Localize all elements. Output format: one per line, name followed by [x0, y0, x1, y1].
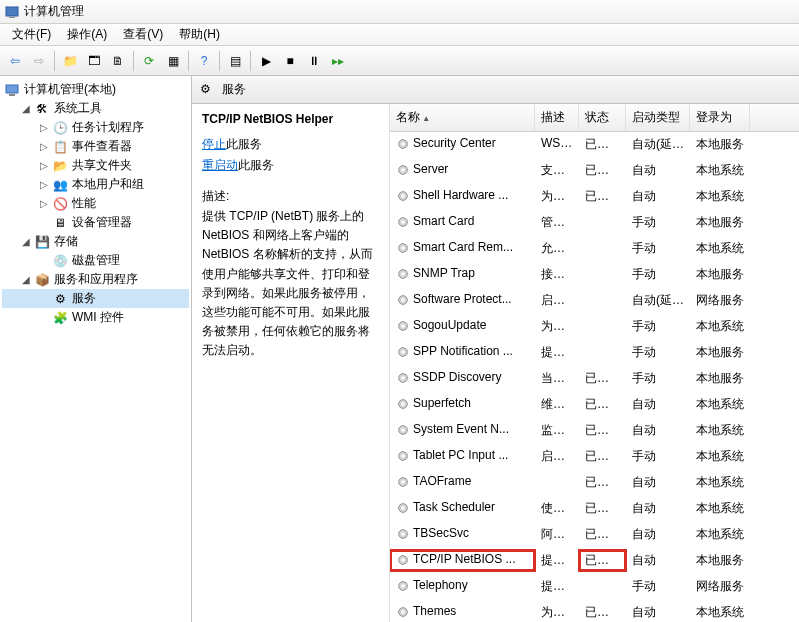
- tree-event-viewer[interactable]: ▷ 📋 事件查看器: [2, 137, 189, 156]
- col-header-logon[interactable]: 登录为: [690, 104, 750, 131]
- detail-panel: TCP/IP NetBIOS Helper 停止此服务 重启动此服务 描述: 提…: [192, 104, 390, 622]
- service-desc: 接收...: [535, 264, 579, 285]
- toolbar-separator: [219, 51, 220, 71]
- stop-button[interactable]: ■: [279, 50, 301, 72]
- service-name: Smart Card: [390, 212, 535, 233]
- play-button[interactable]: ▶: [255, 50, 277, 72]
- properties-button[interactable]: 🗔: [83, 50, 105, 72]
- menu-action[interactable]: 操作(A): [59, 23, 115, 46]
- tree-disk-mgmt[interactable]: 💿 磁盘管理: [2, 251, 189, 270]
- service-logon: 本地系统: [690, 186, 750, 207]
- main-area: 计算机管理(本地) ◢ 🛠 系统工具 ▷ 🕒 任务计划程序 ▷ 📋 事件查看器 …: [0, 76, 799, 622]
- col-header-name[interactable]: 名称: [390, 104, 535, 131]
- service-name: SNMP Trap: [390, 264, 535, 285]
- service-logon: 本地系统: [690, 446, 750, 467]
- service-status: 已启动: [579, 368, 626, 389]
- service-desc: 允许...: [535, 238, 579, 259]
- delete-button[interactable]: ▦: [162, 50, 184, 72]
- service-row[interactable]: Smart Card Rem...允许...手动本地系统: [390, 236, 799, 262]
- content-header: ⚙ 服务: [192, 76, 799, 104]
- service-row[interactable]: Themes为用...已启动自动本地系统: [390, 600, 799, 622]
- tree-services-apps[interactable]: ◢ 📦 服务和应用程序: [2, 270, 189, 289]
- tree-system-tools[interactable]: ◢ 🛠 系统工具: [2, 99, 189, 118]
- col-header-startup[interactable]: 启动类型: [626, 104, 690, 131]
- service-row[interactable]: TCP/IP NetBIOS ...提供...已启动自动本地服务: [390, 548, 799, 574]
- pause-button[interactable]: ⏸: [303, 50, 325, 72]
- content-title: 服务: [222, 81, 246, 98]
- device-icon: 🖥: [52, 215, 68, 231]
- restart-button[interactable]: ▸▸: [327, 50, 349, 72]
- collapse-icon[interactable]: ◢: [20, 236, 32, 248]
- tree-storage[interactable]: ◢ 💾 存储: [2, 232, 189, 251]
- gear-icon: [396, 475, 410, 489]
- service-row[interactable]: System Event N...监视...已启动自动本地系统: [390, 418, 799, 444]
- event-icon: 📋: [52, 139, 68, 155]
- gear-icon: [396, 137, 410, 151]
- tree-wmi[interactable]: 🧩 WMI 控件: [2, 308, 189, 327]
- service-status: [579, 576, 626, 597]
- expand-icon[interactable]: ▷: [38, 141, 50, 153]
- restart-suffix: 此服务: [238, 158, 274, 172]
- refresh-button[interactable]: ⟳: [138, 50, 160, 72]
- menu-view[interactable]: 查看(V): [115, 23, 171, 46]
- tree-device-manager[interactable]: 🖥 设备管理器: [2, 213, 189, 232]
- tree-label: 磁盘管理: [72, 252, 120, 269]
- service-startup: 自动: [626, 160, 690, 181]
- collapse-icon[interactable]: ◢: [20, 274, 32, 286]
- gear-icon: [396, 241, 410, 255]
- forward-button[interactable]: ⇨: [28, 50, 50, 72]
- service-row[interactable]: Tablet PC Input ...启用...已启动手动本地系统: [390, 444, 799, 470]
- service-row[interactable]: Software Protect...启用...自动(延迟...网络服务: [390, 288, 799, 314]
- tree-performance[interactable]: ▷ 🚫 性能: [2, 194, 189, 213]
- service-row[interactable]: Superfetch维护...已启动自动本地系统: [390, 392, 799, 418]
- expand-icon[interactable]: ▷: [38, 198, 50, 210]
- expand-icon[interactable]: ▷: [38, 160, 50, 172]
- help-button[interactable]: ?: [193, 50, 215, 72]
- tree-shared-folders[interactable]: ▷ 📂 共享文件夹: [2, 156, 189, 175]
- folder-button[interactable]: 📁: [59, 50, 81, 72]
- service-row[interactable]: SogouUpdate为搜...手动本地系统: [390, 314, 799, 340]
- service-row[interactable]: SNMP Trap接收...手动本地服务: [390, 262, 799, 288]
- tree-root[interactable]: 计算机管理(本地): [2, 80, 189, 99]
- gear-icon: [396, 189, 410, 203]
- col-header-status[interactable]: 状态: [579, 104, 626, 131]
- restart-service-link[interactable]: 重启动: [202, 158, 238, 172]
- stop-suffix: 此服务: [226, 137, 262, 151]
- expand-icon[interactable]: ▷: [38, 179, 50, 191]
- collapse-icon[interactable]: ◢: [20, 103, 32, 115]
- stop-service-link[interactable]: 停止: [202, 137, 226, 151]
- expand-icon[interactable]: ▷: [38, 122, 50, 134]
- content-body: TCP/IP NetBIOS Helper 停止此服务 重启动此服务 描述: 提…: [192, 104, 799, 622]
- service-startup: 手动: [626, 576, 690, 597]
- service-row[interactable]: Smart Card管理...手动本地服务: [390, 210, 799, 236]
- service-detail-title: TCP/IP NetBIOS Helper: [202, 112, 379, 126]
- menu-file[interactable]: 文件(F): [4, 23, 59, 46]
- back-button[interactable]: ⇦: [4, 50, 26, 72]
- service-name: SSDP Discovery: [390, 368, 535, 389]
- view-button[interactable]: ▤: [224, 50, 246, 72]
- tree-label: 计算机管理(本地): [24, 81, 116, 98]
- export-button[interactable]: 🗎: [107, 50, 129, 72]
- service-row[interactable]: Telephony提供...手动网络服务: [390, 574, 799, 600]
- service-row[interactable]: SPP Notification ...提供...手动本地服务: [390, 340, 799, 366]
- service-row[interactable]: TBSecSvc阿里...已启动自动本地系统: [390, 522, 799, 548]
- service-row[interactable]: Server支持...已启动自动本地系统: [390, 158, 799, 184]
- service-row[interactable]: Shell Hardware ...为自...已启动自动本地系统: [390, 184, 799, 210]
- menu-help[interactable]: 帮助(H): [171, 23, 228, 46]
- service-row[interactable]: SSDP Discovery当发...已启动手动本地服务: [390, 366, 799, 392]
- col-header-desc[interactable]: 描述: [535, 104, 579, 131]
- service-status: 已启动: [579, 524, 626, 545]
- tree-label: 设备管理器: [72, 214, 132, 231]
- service-row[interactable]: Task Scheduler使用...已启动自动本地系统: [390, 496, 799, 522]
- tree-label: 本地用户和组: [72, 176, 144, 193]
- svg-point-15: [401, 272, 405, 276]
- gear-icon: [396, 371, 410, 385]
- tree-local-users[interactable]: ▷ 👥 本地用户和组: [2, 175, 189, 194]
- tree-task-scheduler[interactable]: ▷ 🕒 任务计划程序: [2, 118, 189, 137]
- service-row[interactable]: TAOFrame已启动自动本地系统: [390, 470, 799, 496]
- service-startup: 自动: [626, 420, 690, 441]
- service-row[interactable]: Security CenterWSC...已启动自动(延迟...本地服务: [390, 132, 799, 158]
- tree-label: WMI 控件: [72, 309, 124, 326]
- service-desc: WSC...: [535, 134, 579, 155]
- tree-services[interactable]: ⚙ 服务: [2, 289, 189, 308]
